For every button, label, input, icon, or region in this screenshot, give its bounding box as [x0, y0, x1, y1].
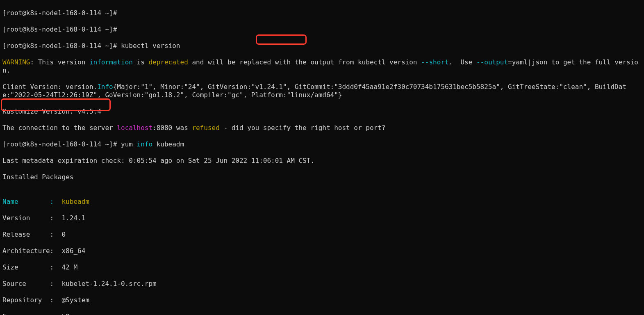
- kv-row: Size: 42 M: [2, 263, 642, 272]
- prompt-text: [root@k8s-node1-168-0-114 ~]#: [2, 42, 117, 50]
- kv-key: Size: [2, 263, 50, 272]
- prompt-line: [root@k8s-node1-168-0-114 ~]#: [2, 25, 642, 34]
- kv-row: Name: kubeadm: [2, 198, 642, 206]
- command-line: [root@k8s-node1-168-0-114 ~]# kubectl ve…: [2, 42, 642, 50]
- kv-key: Source: [2, 280, 50, 288]
- kv-row: From repo: k8s: [2, 313, 642, 315]
- kv-key: From repo: [2, 313, 50, 315]
- kv-value: 42 M: [61, 263, 77, 271]
- keyword-information: information: [89, 58, 133, 66]
- kv-row: Repository: @System: [2, 296, 642, 304]
- kv-row: Architecture: x86_64: [2, 247, 642, 255]
- warning-line: WARNING: This version information is dep…: [2, 58, 642, 75]
- kv-value: 0: [61, 231, 66, 238]
- kv-value: @System: [61, 296, 89, 304]
- kv-key: Version: [2, 214, 50, 222]
- connection-error-line: The connection to the server localhost:8…: [2, 124, 642, 132]
- prompt-text: [root@k8s-node1-168-0-114 ~]#: [2, 9, 117, 17]
- kv-key: Name: [2, 198, 50, 206]
- kv-value: x86_64: [61, 247, 85, 255]
- flag-output: --output: [476, 58, 508, 66]
- kv-key: Release: [2, 231, 50, 239]
- command-text: kubectl version: [117, 42, 180, 50]
- kustomize-line: Kustomize Version: v4.5.4: [2, 107, 642, 116]
- kv-value: 1.24.1: [61, 214, 85, 222]
- terminal-output[interactable]: [root@k8s-node1-168-0-114 ~]# [root@k8s-…: [0, 0, 644, 315]
- installed-header: Installed Packages: [2, 173, 642, 181]
- kv-value: kubeadm: [61, 198, 89, 205]
- gitversion-value: "v1.24.1",: [251, 83, 291, 91]
- command-line: [root@k8s-node1-168-0-114 ~]# yum info k…: [2, 140, 642, 148]
- struct-info: Info: [97, 83, 113, 91]
- flag-short: --short: [421, 58, 448, 66]
- keyword-deprecated: deprecated: [148, 58, 188, 66]
- kv-key: Architecture: [2, 247, 50, 255]
- warning-label: WARNING: [2, 58, 30, 66]
- client-version-line: Client Version: version.Info{Major:"1", …: [2, 83, 642, 99]
- prompt-line: [root@k8s-node1-168-0-114 ~]#: [2, 9, 642, 17]
- refused-keyword: refused: [192, 124, 219, 132]
- metadata-line: Last metadata expiration check: 0:05:54 …: [2, 157, 642, 165]
- kv-row: Release: 0: [2, 231, 642, 239]
- kv-row: Source: kubelet-1.24.1-0.src.rpm: [2, 280, 642, 288]
- kv-row-version: Version: 1.24.1: [2, 214, 642, 222]
- kv-key: Repository: [2, 296, 50, 304]
- prompt-text: [root@k8s-node1-168-0-114 ~]#: [2, 25, 117, 33]
- prompt-text: [root@k8s-node1-168-0-114 ~]#: [2, 140, 117, 148]
- kv-value: k8s: [61, 313, 73, 315]
- hostname: localhost: [117, 124, 152, 132]
- kv-value: kubelet-1.24.1-0.src.rpm: [61, 280, 156, 288]
- yum-subcommand: info: [137, 140, 153, 148]
